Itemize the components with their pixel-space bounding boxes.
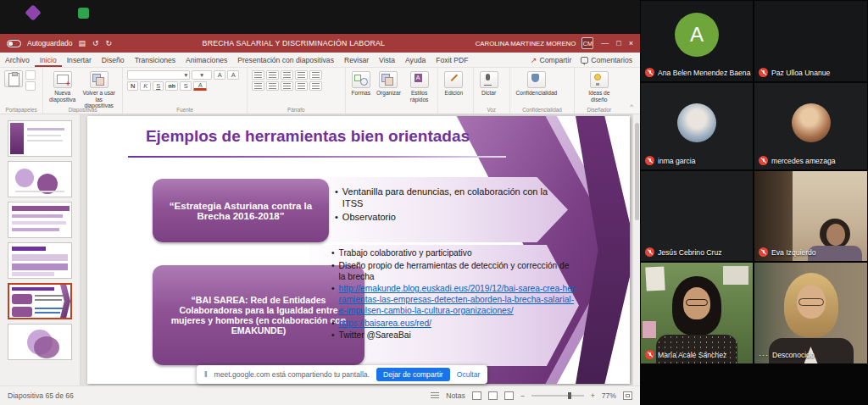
comments-button[interactable]: Comentarios xyxy=(581,56,632,64)
line-spacing-button[interactable] xyxy=(309,70,322,80)
participant-tile-ana[interactable]: A Ana Belen Menendez Baena xyxy=(641,1,753,81)
increase-font-icon[interactable]: A xyxy=(214,70,225,80)
slide-sorter-view-icon[interactable] xyxy=(488,391,498,400)
design-ideas-button[interactable]: Ideas de diseño xyxy=(579,70,619,103)
slide-thumbnail[interactable] xyxy=(8,242,72,279)
mic-muted-icon xyxy=(645,350,654,359)
tab-transiciones[interactable]: Transiciones xyxy=(130,53,181,67)
indent-increase-button[interactable] xyxy=(295,70,308,80)
slide-thumbnail[interactable] xyxy=(8,161,72,197)
quick-styles-button[interactable]: A Estilos rápidos xyxy=(405,70,433,103)
zoom-slider[interactable] xyxy=(531,395,584,397)
bullets-button[interactable] xyxy=(252,70,264,80)
cut-icon[interactable] xyxy=(25,70,36,80)
arrange-button[interactable]: Organizar xyxy=(375,70,403,97)
slide-indicator: Diapositiva 65 de 66 xyxy=(8,391,74,400)
zoom-slider-knob[interactable] xyxy=(568,392,571,399)
justify-button[interactable] xyxy=(295,81,308,91)
participant-tile-eva[interactable]: Eva Izquierdo xyxy=(754,171,867,261)
numbering-button[interactable] xyxy=(266,70,279,80)
hide-share-bar-link[interactable]: Ocultar xyxy=(457,370,481,379)
tab-foxit-pdf[interactable]: Foxit PDF xyxy=(431,53,473,67)
zoom-level[interactable]: 77% xyxy=(602,391,616,400)
sensitivity-button[interactable]: Confidencialidad xyxy=(515,70,559,97)
new-slide-button[interactable]: Nueva diapositiva xyxy=(47,70,77,103)
tab-inicio[interactable]: Inicio xyxy=(35,53,62,67)
bullet-list-2[interactable]: • Trabajo colaborativo y participativo •… xyxy=(331,248,577,343)
maximize-icon[interactable]: □ xyxy=(616,39,620,47)
tab-ayuda[interactable]: Ayuda xyxy=(400,53,431,67)
font-name-select[interactable]: ▾ xyxy=(127,70,190,80)
copy-icon[interactable] xyxy=(25,81,36,91)
autosave-toggle[interactable] xyxy=(7,40,21,47)
align-center-button[interactable] xyxy=(266,81,279,91)
participant-tile-desconocido[interactable]: ··· Desconocido xyxy=(754,263,867,363)
participant-tile-jesus[interactable]: Jesús Cebrino Cruz xyxy=(641,171,753,261)
video-background xyxy=(645,266,665,291)
tab-insertar[interactable]: Insertar xyxy=(62,53,97,67)
strikethrough-button[interactable]: ab xyxy=(165,81,178,91)
zoom-in-icon[interactable]: + xyxy=(591,391,595,400)
hyperlink[interactable]: https://baisarea.eus/red/ xyxy=(339,319,431,330)
slideshow-view-icon[interactable] xyxy=(504,391,514,400)
minimize-icon[interactable]: — xyxy=(601,39,609,47)
slide-thumbnail-selected[interactable] xyxy=(8,283,72,319)
slide-title[interactable]: Ejemplos de herramientas bien orientadas xyxy=(125,127,490,146)
vertical-scrollbar[interactable] xyxy=(632,114,640,386)
slide-thumbnail[interactable] xyxy=(8,324,72,360)
tab-vista[interactable]: Vista xyxy=(374,53,400,67)
editing-button[interactable]: Edición xyxy=(442,70,465,97)
stop-sharing-button[interactable]: Dejar de compartir xyxy=(376,368,450,381)
font-size-select[interactable]: ▾ xyxy=(192,70,212,80)
underline-button[interactable]: S xyxy=(153,81,164,91)
participant-tile-maria[interactable]: María Acale Sánchez xyxy=(641,263,753,363)
participant-caption: mercedes amezaga xyxy=(759,156,835,165)
app-icon-green[interactable] xyxy=(78,8,89,19)
dictate-button[interactable]: Dictar xyxy=(478,70,500,97)
shapes-button[interactable]: Formas xyxy=(350,70,372,97)
participant-tile-mercedes[interactable]: mercedes amezaga xyxy=(754,83,867,169)
font-color-button[interactable]: A xyxy=(193,81,207,91)
paste-icon[interactable] xyxy=(4,70,23,87)
save-icon[interactable]: ▤ xyxy=(78,39,86,47)
more-options-icon[interactable]: ··· xyxy=(759,351,769,359)
close-icon[interactable]: × xyxy=(629,39,633,47)
tab-animaciones[interactable]: Animaciones xyxy=(181,53,232,67)
notes-toggle[interactable]: Notas xyxy=(446,391,465,400)
columns-button[interactable] xyxy=(309,81,322,91)
app-icon-purple[interactable] xyxy=(25,4,42,21)
participant-tile-inma[interactable]: inma garcia xyxy=(641,83,753,169)
bullet-list-1[interactable]: • Ventanilla para denuncias, en colabora… xyxy=(335,186,548,225)
align-left-button[interactable] xyxy=(252,81,264,91)
slide-thumbnail[interactable] xyxy=(8,120,72,157)
redo-icon[interactable]: ↻ xyxy=(105,39,112,47)
participant-tile-paz[interactable]: Paz Ulloa Unanue xyxy=(754,1,867,81)
callout-box-1[interactable]: “Estrategia Asturiana contra la Brecha 2… xyxy=(153,179,329,242)
undo-icon[interactable]: ↺ xyxy=(92,39,99,47)
lightbulb-icon xyxy=(590,71,609,88)
tab-archivo[interactable]: Archivo xyxy=(0,53,35,67)
new-slide-label: Nueva diapositiva xyxy=(49,90,75,103)
share-button[interactable]: ↗ Compartir xyxy=(531,56,571,64)
bold-button[interactable]: N xyxy=(127,81,138,91)
group-voz: Dictar Voz xyxy=(474,68,510,114)
zoom-out-icon[interactable]: − xyxy=(520,391,525,400)
account-avatar-badge[interactable]: CM xyxy=(581,37,593,49)
reuse-slides-button[interactable]: Volver a usar las diapositivas xyxy=(80,70,118,110)
text-shadow-button[interactable]: S xyxy=(180,81,192,91)
account-name[interactable]: CAROLINA MARTINEZ MORENO xyxy=(476,40,576,47)
tab-revisar[interactable]: Revisar xyxy=(339,53,374,67)
align-right-button[interactable] xyxy=(281,81,293,91)
italic-button[interactable]: K xyxy=(140,81,151,91)
slide[interactable]: Ejemplos de herramientas bien orientadas… xyxy=(87,116,630,384)
tab-diseno[interactable]: Diseño xyxy=(97,53,130,67)
hyperlink[interactable]: http://emakunde.blog.euskadi.eus/2019/12… xyxy=(339,284,577,316)
slide-thumbnail[interactable] xyxy=(8,202,72,238)
indent-decrease-button[interactable] xyxy=(281,70,293,80)
collapse-ribbon-chevron[interactable]: ^ xyxy=(623,101,640,114)
decrease-font-icon[interactable]: A xyxy=(227,70,239,80)
scrollbar-thumb[interactable] xyxy=(635,123,639,220)
tab-presentacion[interactable]: Presentación con diapositivas xyxy=(232,53,339,67)
fit-slide-icon[interactable] xyxy=(623,391,632,400)
normal-view-icon[interactable] xyxy=(472,391,481,400)
